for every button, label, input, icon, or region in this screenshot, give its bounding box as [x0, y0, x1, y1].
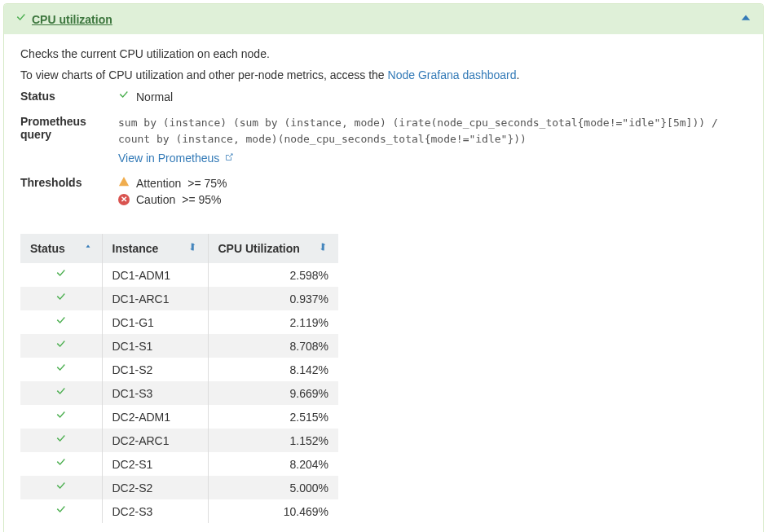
row-instance-cell: DC1-S1 [102, 334, 208, 358]
panel-body: Checks the current CPU utilization on ea… [4, 34, 763, 532]
check-icon [55, 458, 67, 471]
row-utilization-cell: 10.469% [208, 499, 338, 523]
row-instance-cell: DC1-S2 [102, 358, 208, 381]
description-2: To view charts of CPU utilization and ot… [20, 68, 747, 81]
row-instance-cell: DC1-ADM1 [102, 263, 208, 287]
warning-icon [118, 176, 130, 190]
check-icon [55, 363, 67, 376]
check-icon [55, 269, 67, 282]
cpu-utilization-panel: CPU utilization Checks the current CPU u… [3, 3, 764, 532]
view-in-prometheus-text: View in Prometheus [118, 152, 219, 165]
caution-condition: >= 95% [182, 193, 221, 206]
row-utilization-cell: 8.708% [208, 334, 338, 358]
table-row: DC2-S18.204% [20, 452, 338, 476]
sort-asc-icon [84, 242, 92, 253]
row-status-cell [20, 452, 102, 476]
row-status-cell [20, 381, 102, 405]
check-icon [118, 90, 130, 103]
panel-header-left: CPU utilization [15, 12, 112, 26]
table-body: DC1-ADM12.598%DC1-ARC10.937%DC1-G12.119%… [20, 263, 338, 523]
query-row: Prometheus query sum by (instance) (sum … [20, 115, 747, 165]
status-text: Normal [136, 90, 173, 103]
table-row: DC1-ARC10.937% [20, 287, 338, 310]
row-utilization-cell: 9.669% [208, 381, 338, 405]
thresholds-row: Thresholds Attention >= 75% ✕ Caution >=… [20, 176, 747, 209]
row-instance-cell: DC2-S3 [102, 499, 208, 523]
check-icon [55, 387, 67, 400]
row-status-cell [20, 405, 102, 429]
col-header-instance[interactable]: Instance [102, 234, 208, 263]
row-instance-cell: DC1-G1 [102, 310, 208, 334]
utilization-table-wrap: Status Instance CPU Utiliz [20, 234, 747, 523]
row-utilization-cell: 2.119% [208, 310, 338, 334]
description-2-prefix: To view charts of CPU utilization and ot… [20, 68, 388, 81]
threshold-caution: ✕ Caution >= 95% [118, 193, 747, 206]
table-row: DC2-ADM12.515% [20, 405, 338, 429]
row-instance-cell: DC2-ADM1 [102, 405, 208, 429]
panel-title: CPU utilization [32, 13, 112, 26]
description-1: Checks the current CPU utilization on ea… [20, 47, 747, 60]
query-label: Prometheus query [20, 115, 118, 141]
row-utilization-cell: 2.598% [208, 263, 338, 287]
row-status-cell [20, 499, 102, 523]
status-label: Status [20, 90, 118, 103]
panel-header[interactable]: CPU utilization [4, 4, 763, 34]
query-value: sum by (instance) (sum by (instance, mod… [118, 115, 747, 165]
table-row: DC1-S28.142% [20, 358, 338, 381]
col-header-utilization-text: CPU Utilization [218, 242, 300, 255]
col-header-status[interactable]: Status [20, 234, 102, 263]
query-code: sum by (instance) (sum by (instance, mod… [118, 115, 747, 147]
row-utilization-cell: 5.000% [208, 476, 338, 499]
view-in-prometheus-link[interactable]: View in Prometheus [118, 152, 234, 165]
col-header-instance-text: Instance [112, 242, 159, 255]
row-status-cell [20, 334, 102, 358]
row-utilization-cell: 1.152% [208, 429, 338, 452]
row-instance-cell: DC1-S3 [102, 381, 208, 405]
external-link-icon [224, 153, 234, 165]
row-utilization-cell: 8.204% [208, 452, 338, 476]
check-icon [55, 411, 67, 424]
row-status-cell [20, 287, 102, 310]
attention-label: Attention [136, 177, 181, 190]
table-row: DC1-G12.119% [20, 310, 338, 334]
thresholds-value: Attention >= 75% ✕ Caution >= 95% [118, 176, 747, 209]
thresholds-label: Thresholds [20, 176, 118, 189]
col-header-utilization[interactable]: CPU Utilization [208, 234, 338, 263]
sort-icon [188, 242, 198, 254]
threshold-attention: Attention >= 75% [118, 176, 747, 190]
table-row: DC2-S25.000% [20, 476, 338, 499]
table-row: DC1-S39.669% [20, 381, 338, 405]
table-row: DC2-S310.469% [20, 499, 338, 523]
row-instance-cell: DC2-S2 [102, 476, 208, 499]
utilization-table: Status Instance CPU Utiliz [20, 234, 338, 523]
row-utilization-cell: 0.937% [208, 287, 338, 310]
check-icon [55, 505, 67, 518]
status-row: Status Normal [20, 90, 747, 103]
check-icon [55, 292, 67, 306]
col-header-status-text: Status [30, 242, 65, 255]
error-icon: ✕ [118, 194, 130, 205]
check-icon [15, 12, 27, 26]
grafana-dashboard-link[interactable]: Node Grafana dashboard [388, 68, 517, 81]
row-instance-cell: DC1-ARC1 [102, 287, 208, 310]
row-utilization-cell: 8.142% [208, 358, 338, 381]
chevron-up-icon[interactable] [740, 12, 752, 26]
row-instance-cell: DC2-S1 [102, 452, 208, 476]
row-status-cell [20, 476, 102, 499]
row-utilization-cell: 2.515% [208, 405, 338, 429]
table-row: DC1-ADM12.598% [20, 263, 338, 287]
row-status-cell [20, 263, 102, 287]
check-icon [55, 481, 67, 495]
sort-icon [319, 242, 328, 254]
row-status-cell [20, 429, 102, 452]
caution-label: Caution [136, 193, 175, 206]
table-row: DC1-S18.708% [20, 334, 338, 358]
check-icon [55, 340, 67, 353]
check-icon [55, 434, 67, 447]
description-2-suffix: . [517, 68, 520, 81]
attention-condition: >= 75% [187, 177, 227, 190]
check-icon [55, 316, 67, 329]
row-instance-cell: DC2-ARC1 [102, 429, 208, 452]
row-status-cell [20, 310, 102, 334]
status-value: Normal [118, 90, 747, 103]
